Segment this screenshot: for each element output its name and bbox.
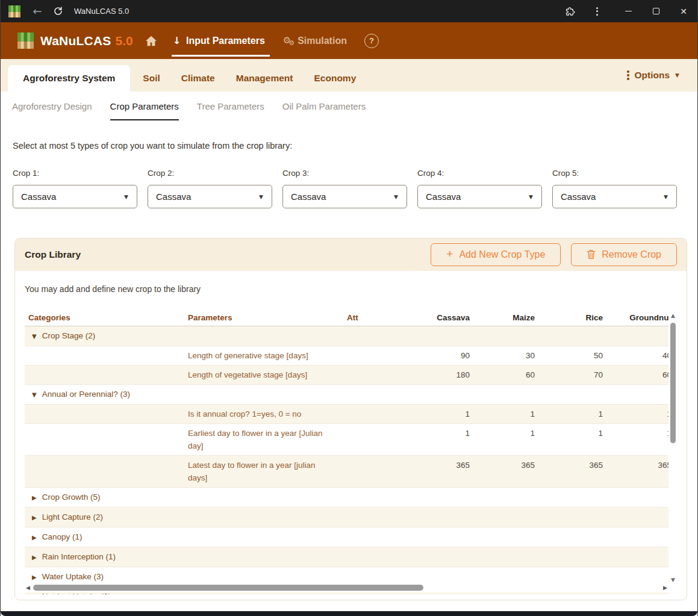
parameter-value-cell[interactable]: 1 [470,424,535,443]
add-new-crop-button[interactable]: + Add New Crop Type [431,243,561,266]
expand-icon[interactable]: ▶ [32,494,37,501]
parameter-value-cell[interactable]: 90 [375,346,470,365]
crop-table-rows: ▼Crop Stage (2)Length of generative stag… [25,326,668,594]
nav-item-label: Simulation [298,36,347,46]
expand-icon[interactable]: ▶ [32,594,37,594]
subtab-tree-parameters[interactable]: Tree Parameters [197,101,264,120]
parameter-value-cell[interactable]: 1 [470,405,535,423]
maximize-button[interactable] [642,0,670,22]
refresh-icon[interactable] [51,6,64,16]
extensions-icon[interactable] [561,6,579,17]
category-row[interactable]: ▶Crop Growth (5) [25,488,668,508]
panel-title: Crop Library [25,249,431,260]
app-window: ← WaNuLCAS 5.0 ✕ WaNuLCAS 5.0 [0,0,698,616]
subtab-crop-parameters[interactable]: Crop Parameters [110,101,179,120]
col-maize: Maize [470,313,535,322]
parameter-value-cell[interactable]: 50 [535,346,603,365]
sub-tabbar: Agroforestry Design Crop Parameters Tree… [12,101,366,120]
category-row[interactable]: ▼Crop Stage (2) [25,326,668,346]
browser-menu-icon[interactable] [588,7,606,16]
chevron-down-icon: ▼ [259,194,263,200]
help-icon[interactable]: ? [364,34,379,48]
tab-economy[interactable]: Economy [314,73,357,84]
scroll-up-icon[interactable]: ▲ [668,313,678,319]
parameter-row: Is it annual crop? 1=yes, 0 = no1111 [25,405,668,424]
crop-2-select[interactable]: Cassava ▼ [148,185,272,208]
expand-icon[interactable]: ▶ [32,534,37,541]
tab-climate[interactable]: Climate [181,73,215,84]
scroll-right-icon[interactable]: ▶ [663,585,667,591]
parameter-value-cell[interactable]: 30 [470,346,535,365]
parameter-value-cell[interactable]: 365 [470,456,535,474]
parameter-row: Length of generative stage [days]9030504… [25,346,668,366]
vertical-scrollbar[interactable]: ▲ ▼ [668,313,678,583]
parameter-value-cell[interactable]: 40 [603,346,668,365]
plus-icon: + [446,247,453,261]
back-icon[interactable]: ← [31,5,44,17]
collapse-icon[interactable]: ▼ [32,333,37,340]
horizontal-scrollbar-thumb[interactable] [33,585,423,591]
category-row[interactable]: ▶Rain Interception (1) [25,547,668,567]
tab-soil[interactable]: Soil [143,73,160,84]
crop-library-panel: Crop Library + Add New Crop Type Remove … [14,238,687,600]
vertical-scrollbar-thumb[interactable] [670,323,676,443]
parameter-value-cell[interactable]: 365 [535,456,603,474]
col-groundnut: Groundnut [603,313,668,322]
app-icon [8,5,20,17]
parameter-value-cell[interactable]: 1 [603,424,668,443]
crop-3-select[interactable]: Cassava ▼ [282,185,407,208]
col-rice: Rice [535,313,603,322]
collapse-icon[interactable]: ▼ [32,391,37,398]
subtab-oil-palm-parameters[interactable]: Oil Palm Parameters [282,101,366,120]
parameter-value-cell[interactable]: 365 [603,456,668,474]
remove-crop-button[interactable]: Remove Crop [571,243,677,266]
parameter-value-cell[interactable]: 180 [375,366,470,384]
brand-name: WaNuLCAS [40,34,111,48]
home-icon[interactable] [145,36,157,46]
tab-management[interactable]: Management [236,73,293,84]
att-cell [338,346,375,352]
category-label: Crop Growth (5) [42,493,101,502]
scroll-left-icon[interactable]: ◀ [26,585,30,591]
col-att: Att [338,313,375,322]
app-logo: WaNuLCAS 5.0 [17,33,133,49]
expand-icon[interactable]: ▶ [32,574,37,580]
parameter-row: Earliest day to flower in a year [Julian… [25,424,668,456]
tab-agroforestry-system[interactable]: Agroforestry System [8,65,130,92]
parameter-label: Length of generative stage [days] [184,346,338,365]
parameter-value-cell[interactable]: 365 [375,456,470,474]
crop-select-label: Crop 3: [282,169,407,178]
close-button[interactable]: ✕ [670,0,697,22]
trash-icon [587,249,596,260]
expand-icon[interactable]: ▶ [32,514,37,521]
scroll-down-icon[interactable]: ▼ [668,577,678,583]
chevron-down-icon: ▼ [529,194,533,200]
subtab-agroforestry-design[interactable]: Agroforestry Design [12,101,92,120]
category-label: Canopy (1) [42,532,83,541]
minimize-button[interactable] [614,0,642,22]
parameter-value-cell[interactable]: 70 [535,366,603,384]
horizontal-scrollbar[interactable]: ◀ ▶ [25,583,668,593]
crop-select-label: Crop 5: [552,169,677,178]
crop-5-select[interactable]: Cassava ▼ [552,185,677,208]
expand-icon[interactable]: ▶ [32,554,37,561]
crop-4-select[interactable]: Cassava ▼ [417,185,542,208]
nav-item-input-parameters[interactable]: ↓ Input Parameters [173,22,265,59]
nav-item-simulation[interactable]: ⚙⚙ Simulation [283,22,347,59]
parameter-value-cell[interactable]: 1 [375,405,470,423]
parameter-value-cell[interactable]: 1 [375,424,470,443]
page-content: Agroforestry Design Crop Parameters Tree… [1,92,697,611]
category-row[interactable]: ▶Light Capture (2) [25,508,668,527]
crop-1-select[interactable]: Cassava ▼ [13,185,137,208]
parameter-label: Length of vegetative stage [days] [184,366,338,384]
chevron-down-icon: ▼ [675,72,679,78]
category-row[interactable]: ▼Annual or Perennial? (3) [25,385,668,405]
parameter-value-cell[interactable]: 1 [603,405,668,423]
options-menu[interactable]: Options ▼ [627,59,679,92]
parameter-value-cell[interactable]: 1 [535,405,603,423]
parameter-value-cell[interactable]: 60 [603,366,668,384]
category-row[interactable]: ▶Canopy (1) [25,527,668,547]
parameter-value-cell[interactable]: 60 [470,366,535,384]
parameter-value-cell[interactable]: 1 [535,424,603,443]
down-arrow-icon: ↓ [173,35,181,46]
